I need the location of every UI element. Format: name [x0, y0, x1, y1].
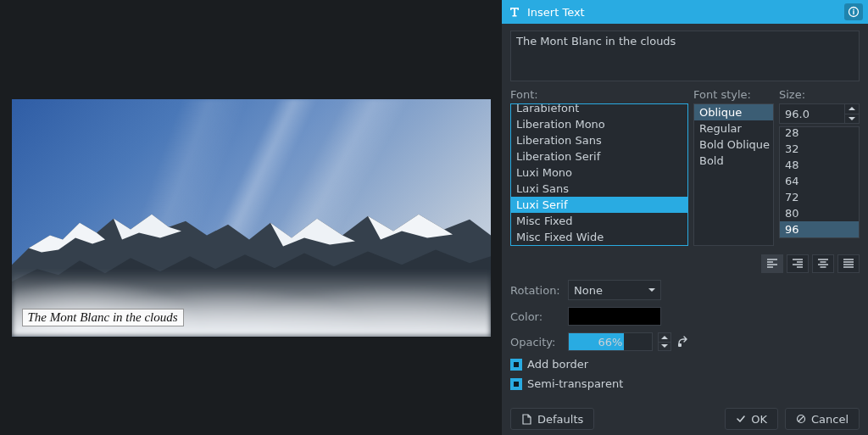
opacity-reset-button[interactable] — [676, 335, 690, 349]
semi-transparent-checkbox[interactable]: Semi-transparent — [510, 377, 860, 390]
list-item[interactable]: 72 — [780, 189, 859, 205]
ok-button[interactable]: OK — [725, 408, 778, 430]
font-listbox[interactable]: Indigo JokerLarabiefontLiberation MonoLi… — [510, 103, 688, 246]
rotation-label: Rotation: — [510, 284, 559, 297]
text-tool-icon — [507, 4, 522, 20]
info-button[interactable] — [844, 3, 863, 20]
color-swatch[interactable] — [568, 307, 661, 326]
add-border-checkbox[interactable]: Add border — [510, 358, 860, 371]
opacity-step-up[interactable] — [659, 333, 670, 343]
opacity-value: 66% — [569, 333, 652, 350]
list-item[interactable]: Luxi Mono — [511, 165, 687, 181]
opacity-spinbox[interactable]: 66% — [568, 332, 653, 351]
insert-text-dialog: Insert Text Font: Indigo JokerLarabiefon… — [502, 0, 868, 435]
size-step-up[interactable] — [845, 104, 859, 114]
list-item[interactable]: Liberation Sans — [511, 132, 687, 148]
align-right-button[interactable] — [787, 254, 809, 273]
svg-rect-2 — [514, 362, 519, 367]
text-input[interactable] — [510, 31, 860, 81]
opacity-step-down[interactable] — [659, 343, 670, 351]
list-item[interactable]: Misc Fixed Wide — [511, 229, 687, 245]
semi-transparent-label: Semi-transparent — [527, 377, 623, 390]
list-item[interactable]: 80 — [780, 205, 859, 221]
chevron-down-icon — [648, 288, 655, 292]
list-item[interactable]: Luxi Sans — [511, 181, 687, 197]
check-icon — [736, 414, 746, 424]
list-item[interactable]: 32 — [780, 141, 859, 157]
color-label: Color: — [510, 310, 559, 323]
list-item[interactable]: 96 — [780, 221, 859, 237]
list-item[interactable]: Misc Fixed — [511, 213, 687, 229]
list-item[interactable]: Bold — [694, 153, 773, 169]
cancel-icon — [796, 414, 806, 424]
dialog-title: Insert Text — [527, 6, 839, 19]
overlay-text-label: The Mont Blanc in the clouds — [22, 309, 184, 326]
opacity-label: Opacity: — [510, 336, 559, 349]
size-spinbox[interactable] — [779, 103, 860, 124]
list-item[interactable]: Larabiefont — [511, 103, 687, 116]
style-listbox[interactable]: ObliqueRegularBold ObliqueBold — [693, 103, 774, 246]
checkbox-checked-icon — [510, 359, 522, 371]
list-item[interactable]: Regular — [694, 120, 773, 137]
list-item[interactable]: 64 — [780, 173, 859, 189]
page-icon — [521, 414, 532, 425]
defaults-button[interactable]: Defaults — [510, 408, 594, 430]
rotation-value: None — [574, 284, 603, 297]
align-left-button[interactable] — [761, 254, 783, 273]
list-item[interactable]: Bold Oblique — [694, 137, 773, 153]
align-justify-button[interactable] — [837, 254, 860, 273]
alignment-toolbar — [510, 254, 860, 273]
size-step-down[interactable] — [845, 114, 859, 124]
preview-canvas: The Mont Blanc in the clouds — [12, 99, 491, 337]
rotation-select[interactable]: None — [568, 280, 661, 300]
svg-rect-1 — [678, 343, 682, 347]
size-label: Size: — [779, 88, 860, 101]
list-item[interactable]: Liberation Serif — [511, 148, 687, 165]
font-style-label: Font style: — [693, 88, 774, 101]
checkbox-checked-icon — [510, 378, 522, 390]
list-item[interactable]: Oblique — [694, 104, 773, 120]
preview-pane: The Mont Blanc in the clouds — [0, 0, 502, 435]
size-listbox[interactable]: 2628324864728096 — [779, 126, 860, 238]
list-item[interactable]: Luxi Serif — [511, 197, 687, 213]
list-item[interactable]: 48 — [780, 157, 859, 173]
add-border-label: Add border — [527, 358, 588, 371]
cancel-button[interactable]: Cancel — [785, 408, 860, 430]
list-item[interactable]: 28 — [780, 126, 859, 141]
font-label: Font: — [510, 88, 688, 101]
size-input[interactable] — [779, 103, 844, 124]
svg-rect-3 — [514, 382, 519, 387]
list-item[interactable]: Liberation Mono — [511, 116, 687, 132]
align-center-button[interactable] — [812, 254, 834, 273]
dialog-header: Insert Text — [502, 0, 868, 24]
